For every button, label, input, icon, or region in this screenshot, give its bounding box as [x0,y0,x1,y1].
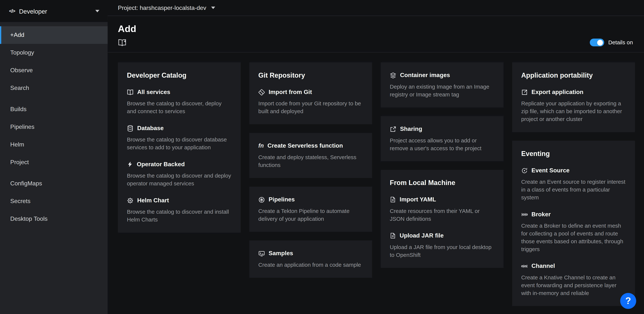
question-icon: ? [625,295,631,306]
item-description: Import code from your Git repository to … [258,100,363,115]
code-icon: </> [9,8,15,14]
file-icon [390,197,396,203]
item-database[interactable]: Database Browse the catalog to discover … [127,124,232,151]
card-title: Developer Catalog [127,71,232,79]
item-upload-jar-file[interactable]: Upload JAR file Upload a JAR file from y… [390,232,494,259]
item-container-images[interactable]: Container images Deploy an existing Imag… [390,71,494,98]
item-label: Helm Chart [137,197,169,204]
item-description: Create an Event source to register inter… [521,178,626,202]
item-import-from-git[interactable]: Import from Git Import code from your Gi… [258,88,363,115]
item-label: Export application [532,88,584,96]
sidebar-item-search[interactable]: Search [0,79,108,97]
details-toggle-group: Details on [590,38,633,46]
layers-icon [390,72,396,78]
item-description: Replicate your application by exporting … [521,100,626,123]
card-title: Git Repository [258,71,363,79]
item-description: Deploy an existing Image from an Image r… [390,83,494,98]
item-label: Import from Git [268,88,312,96]
sidebar-group-3: ConfigMaps Secrets Desktop Tools [0,175,108,228]
bolt-icon [127,161,133,167]
perspective-switcher[interactable]: </> Developer [0,0,108,22]
details-toggle-label: Details on [608,39,633,46]
card-eventing: Eventing Event Source Create an Event so… [512,141,635,306]
project-selector-label: Project: harshcasper-localsta-dev [118,4,206,11]
item-label: Import YAML [400,196,436,203]
card-samples: Samples Create an application from a cod… [249,241,372,278]
channel-icon [521,263,528,269]
card-git-repository: Git Repository Import from Git Import co… [249,62,372,124]
card-application-portability: Application portability Export applicati… [512,62,635,132]
item-description: Create and deploy stateless, Serverless … [258,153,363,169]
item-pipelines[interactable]: Pipelines Create a Tekton Pipeline to au… [258,196,363,223]
card-sharing: Sharing Project access allows you to add… [381,116,504,161]
catalog-icon [127,89,134,95]
item-helm-chart[interactable]: Helm Chart Browse the catalog to discove… [127,197,232,224]
item-sharing[interactable]: Sharing Project access allows you to add… [390,125,494,152]
item-description: Create an application from a code sample [258,261,363,269]
app-window: </> Developer +Add Topology Observe Sear… [0,0,644,314]
details-toggle[interactable] [590,38,604,46]
sidebar-nav: +Add Topology Observe Search Builds Pipe… [0,26,108,228]
file-icon [390,233,396,239]
sidebar-group-2: Builds Pipelines Helm Project [0,100,108,171]
sidebar-item-secrets[interactable]: Secrets [0,192,108,210]
card-pipelines: Pipelines Create a Tekton Pipeline to au… [249,187,372,232]
item-samples[interactable]: Samples Create an application from a cod… [258,249,363,269]
sidebar-item-project[interactable]: Project [0,153,108,171]
card-title: Application portability [521,71,626,79]
item-import-yaml[interactable]: Import YAML Create resources from their … [390,196,494,223]
export-icon [521,89,528,95]
sidebar-item-pipelines[interactable]: Pipelines [0,118,108,136]
item-label: Samples [268,249,293,257]
add-cards-grid: Developer Catalog All services Browse th… [108,52,644,306]
item-label: All services [137,88,170,96]
toggle-knob [598,40,603,45]
card-container-images: Container images Deploy an existing Imag… [381,62,504,107]
item-description: Browse the catalog to discover, deploy a… [127,100,232,115]
item-broker[interactable]: Broker Create a Broker to define an even… [521,211,626,253]
page-header: Add Details on [108,16,644,52]
card-title: Eventing [521,150,626,157]
item-description: Browse the catalog to discover and insta… [127,208,232,224]
quick-starts-icon[interactable] [118,38,126,46]
sidebar-item-builds[interactable]: Builds [0,100,108,118]
item-description: Create a Tekton Pipeline to automate del… [258,207,363,223]
sidebar-item-configmaps[interactable]: ConfigMaps [0,175,108,192]
caret-down-icon [95,10,99,12]
item-label: Pipelines [268,196,294,203]
cards-column-3: Container images Deploy an existing Imag… [381,62,504,268]
pipelines-icon [258,196,265,203]
card-serverless: fn Create Serverless function Create and… [249,133,372,178]
card-title: From Local Machine [390,179,494,187]
item-description: Create a Broker to define an event mesh … [521,222,626,253]
caret-down-icon [211,6,215,9]
item-description: Upload a JAR file from your local deskto… [390,243,494,259]
item-channel[interactable]: Channel Create a Knative Channel to crea… [521,262,626,297]
card-from-local-machine: From Local Machine Import YAML Create re… [381,170,504,268]
item-description: Browse the catalog to discover and deplo… [127,172,232,188]
item-description: Project access allows you to add or remo… [390,137,494,152]
sidebar-item-observe[interactable]: Observe [0,62,108,79]
item-description: Create a Knative Channel to create an ev… [521,274,626,297]
page-title: Add [118,23,634,34]
event-source-icon [521,167,528,174]
item-event-source[interactable]: Event Source Create an Event source to r… [521,167,626,201]
sidebar-item-add[interactable]: +Add [0,26,108,44]
sidebar-item-helm[interactable]: Helm [0,136,108,154]
item-description: Create resources from their YAML or JSON… [390,207,494,223]
item-create-serverless-function[interactable]: fn Create Serverless function Create and… [258,142,363,169]
add-page: Add Details on Develope [108,16,644,314]
item-label: Container images [400,71,450,79]
sidebar-item-topology[interactable]: Topology [0,44,108,62]
item-label: Create Serverless function [268,142,343,150]
help-button[interactable]: ? [620,293,636,309]
card-developer-catalog: Developer Catalog All services Browse th… [118,62,241,233]
helm-icon [127,197,134,204]
item-export-application[interactable]: Export application Replicate your applic… [521,88,626,123]
item-operator-backed[interactable]: Operator Backed Browse the catalog to di… [127,160,232,187]
sidebar-group-1: +Add Topology Observe Search [0,26,108,97]
project-selector[interactable]: Project: harshcasper-localsta-dev [118,4,216,11]
samples-icon [258,250,265,257]
sidebar-item-desktop-tools[interactable]: Desktop Tools [0,210,108,228]
item-all-services[interactable]: All services Browse the catalog to disco… [127,88,232,115]
